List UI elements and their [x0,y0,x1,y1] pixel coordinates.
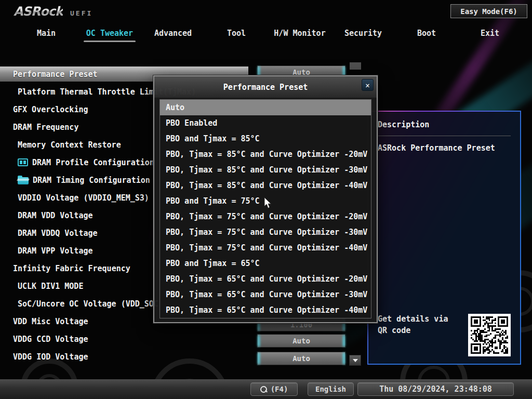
language-label: English [315,385,346,393]
option-pbo-65-co-40[interactable]: PBO, Tjmax = 65°C and Curve Optimizer -4… [160,302,371,318]
description-separator [378,136,511,136]
option-pbo-tjmax-65[interactable]: PBO and Tjmax = 65°C [160,256,371,271]
scrollbar-top-cap[interactable] [350,62,361,70]
value-dropdown-vddg-ccd[interactable]: Auto [257,334,345,348]
description-text: ASRock Performance Preset [378,143,511,153]
tab-boot[interactable]: Boot [395,25,458,42]
tab-advanced[interactable]: Advanced [141,25,205,42]
tab-main[interactable]: Main [15,25,78,42]
qr-code [468,314,511,356]
tab-security[interactable]: Security [331,25,395,42]
option-auto[interactable]: Auto [160,100,371,115]
chevron-down-icon [353,359,358,362]
tab-tool[interactable]: Tool [205,25,268,42]
asrock-logo: ASRock UEFI [14,4,92,19]
datetime-label: Thu 08/29/2024, 23:48:08 [379,384,492,394]
description-title: Description [378,120,511,129]
qr-caption: Get details via QR code [378,314,461,337]
asrock-logo-text: ASRock [14,4,63,19]
easy-mode-button[interactable]: Easy Mode(F6) [450,4,527,18]
option-pbo-enabled[interactable]: PBO Enabled [160,115,371,131]
dialog-title: Performance Preset [223,83,308,92]
option-pbo-tjmax-85[interactable]: PBO and Tjmax = 85°C [160,131,371,147]
tab-hw-monitor[interactable]: H/W Monitor [268,25,331,42]
folder-icon [18,177,29,184]
option-pbo-85-co-20[interactable]: PBO, Tjmax = 85°C and Curve Optimizer -2… [160,147,371,162]
option-pbo-tjmax-75[interactable]: PBO and Tjmax = 75°C [160,193,371,209]
active-tab-underline [84,41,136,42]
tab-oc-tweaker[interactable]: OC Tweaker [78,25,141,42]
datetime-button[interactable]: Thu 08/29/2024, 23:48:08 [357,382,514,396]
option-pbo-65-co-20[interactable]: PBO, Tjmax = 65°C and Curve Optimizer -2… [160,271,371,287]
description-panel: Description ASRock Performance Preset Ge… [367,111,521,365]
magnifier-icon [260,386,267,393]
option-pbo-85-co-40[interactable]: PBO, Tjmax = 85°C and Curve Optimizer -4… [160,178,371,193]
option-pbo-65-co-30[interactable]: PBO, Tjmax = 65°C and Curve Optimizer -3… [160,287,371,302]
search-hotkey-label: (F4) [271,385,288,393]
option-pbo-75-co-20[interactable]: PBO, Tjmax = 75°C and Curve Optimizer -2… [160,209,371,224]
setting-vddg-iod-voltage[interactable]: VDDG IOD Voltage [0,349,248,364]
language-button[interactable]: English [308,382,354,396]
dialog-title-bar: Performance Preset ✕ [154,76,377,98]
scroll-down-button[interactable] [349,355,361,366]
dram-chip-icon [18,158,28,166]
status-bar: (F4) English Thu 08/29/2024, 23:48:08 [0,379,532,399]
setting-vddg-ccd-voltage[interactable]: VDDG CCD Voltage [0,331,248,347]
option-pbo-85-co-30[interactable]: PBO, Tjmax = 85°C and Curve Optimizer -3… [160,162,371,178]
option-pbo-75-co-30[interactable]: PBO, Tjmax = 75°C and Curve Optimizer -3… [160,224,371,240]
nav-tabs: Main OC Tweaker Advanced Tool H/W Monito… [15,25,523,42]
close-icon[interactable]: ✕ [362,79,374,91]
header: ASRock UEFI Easy Mode(F6) [0,0,532,25]
performance-preset-dialog: Performance Preset ✕ Auto PBO Enabled PB… [153,75,378,323]
search-button[interactable]: (F4) [250,382,298,396]
preset-options-list: Auto PBO Enabled PBO and Tjmax = 85°C PB… [159,99,371,318]
option-pbo-75-co-40[interactable]: PBO, Tjmax = 75°C and Curve Optimizer -4… [160,240,371,256]
value-dropdown-vddg-iod[interactable]: Auto [257,352,345,365]
tab-exit[interactable]: Exit [458,25,522,42]
uefi-label: UEFI [70,9,92,17]
